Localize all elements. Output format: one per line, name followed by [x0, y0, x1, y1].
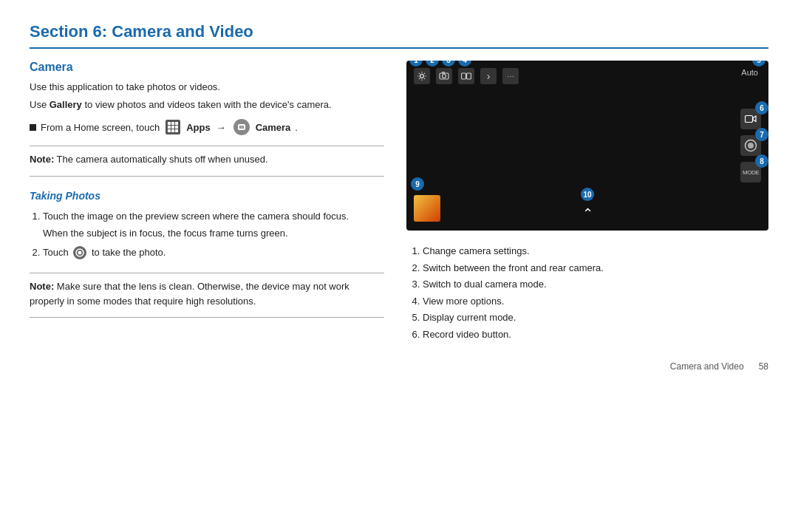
note-1-label: Note:: [30, 154, 54, 165]
preview-settings-btn: [414, 68, 430, 84]
right-list-item-4: View more options.: [423, 294, 768, 309]
camera-icon-body: [238, 124, 245, 130]
badge-10: 10: [581, 188, 594, 201]
content-area: Camera Use this application to take phot…: [30, 61, 768, 517]
badge-7: 7: [755, 128, 768, 141]
camera-icon-lens: [240, 126, 243, 129]
badge-2: 2: [426, 61, 439, 66]
right-list-item-2: Switch between the front and rear camera…: [423, 261, 768, 276]
page: Section 6: Camera and Video Camera Use t…: [0, 0, 798, 532]
badge-7-wrapper: 7: [740, 135, 761, 156]
svg-point-4: [443, 75, 446, 78]
preview-right-bar: 6 7 8 MODE: [740, 109, 761, 183]
apps-icon: [166, 120, 180, 134]
section-title: Section 6: Camera and Video: [30, 22, 768, 49]
badge-9: 9: [411, 177, 424, 191]
right-list: Change camera settings. Switch between t…: [406, 244, 768, 344]
bullet-icon: [30, 124, 36, 131]
divider-3: [30, 273, 384, 273]
apps-grid: [168, 122, 178, 132]
right-list-item-5: Display current mode.: [423, 310, 768, 325]
badge-3: 3: [442, 61, 455, 66]
preview-chevron-icon: ⌃: [582, 205, 593, 222]
badge-8-wrapper: 8 MODE: [740, 162, 761, 183]
note-2-label: Note:: [30, 281, 54, 292]
divider-4: [30, 317, 384, 318]
note-2-text: Make sure that the lens is clean. Otherw…: [30, 281, 349, 307]
badge-10-wrapper: 10 ⌃: [440, 205, 734, 222]
camera-label: Camera: [256, 122, 291, 133]
divider-1: [30, 146, 384, 146]
svg-point-1: [78, 251, 82, 255]
footer-page: 58: [759, 361, 768, 372]
preview-bottom: 9 10 ⌃: [414, 195, 761, 222]
step-1: Touch the image on the preview screen wh…: [43, 209, 384, 241]
badge-5-wrapper: 5: [752, 61, 765, 66]
arrow-icon: →: [216, 122, 226, 133]
bullet-text-pre: From a Home screen, touch: [41, 122, 160, 133]
preview-auto-label: Auto: [741, 68, 758, 77]
taking-photos-heading: Taking Photos: [30, 190, 384, 202]
right-list-item-3: Switch to dual camera mode.: [423, 277, 768, 292]
right-list-item-6: Record video button.: [423, 327, 768, 342]
divider-2: [30, 176, 384, 177]
preview-thumbnail: [414, 195, 440, 222]
intro-text-1: Use this application to take photos or v…: [30, 80, 384, 95]
camera-preview: 1 2 3 4 5: [406, 61, 768, 231]
step-2: Touch to take the photo.: [43, 245, 384, 260]
badge-4: 4: [458, 61, 471, 66]
camera-app-icon: [233, 119, 250, 135]
badge-9-wrapper: 9: [414, 195, 440, 222]
footer-label: Camera and Video: [670, 361, 744, 372]
step-1-sub: When the subject is in focus, the focus …: [43, 226, 384, 241]
bullet-row-apps: From a Home screen, touch Apps → Camera.: [30, 119, 384, 135]
note-1: Note: The camera automatically shuts off…: [30, 152, 384, 167]
svg-rect-8: [746, 116, 753, 123]
intro-text-2: Use Gallery to view photos and videos ta…: [30, 98, 384, 112]
preview-switch-btn: [436, 68, 452, 84]
footer: Camera and Video 58: [406, 355, 768, 372]
right-list-item-1: Change camera settings.: [423, 244, 768, 259]
right-column: 1 2 3 4 5: [406, 61, 768, 517]
shutter-icon: [73, 246, 86, 259]
steps-list: Touch the image on the preview screen wh…: [30, 209, 384, 263]
apps-label: Apps: [186, 122, 211, 133]
note-1-text: The camera automatically shuts off when …: [57, 154, 268, 165]
badge-5: 5: [752, 61, 765, 66]
badge-6-wrapper: 6: [740, 109, 761, 129]
preview-dual-btn: [458, 68, 474, 84]
step-2-pre: Touch: [43, 247, 69, 258]
badge-1: 1: [409, 61, 423, 66]
step-2-post: to take the photo.: [92, 247, 166, 258]
badge-6: 6: [755, 101, 768, 115]
preview-top-bar: › ⋯: [414, 68, 519, 84]
preview-extra-btn: ⋯: [502, 68, 519, 84]
left-column: Camera Use this application to take phot…: [30, 61, 384, 517]
camera-heading: Camera: [30, 61, 384, 74]
note-2: Note: Make sure that the lens is clean. …: [30, 279, 384, 308]
svg-rect-7: [467, 73, 471, 79]
preview-more-btn: ›: [480, 68, 497, 84]
badge-8: 8: [755, 154, 768, 168]
svg-rect-6: [462, 73, 466, 79]
svg-point-10: [748, 143, 754, 149]
svg-point-2: [420, 75, 424, 78]
